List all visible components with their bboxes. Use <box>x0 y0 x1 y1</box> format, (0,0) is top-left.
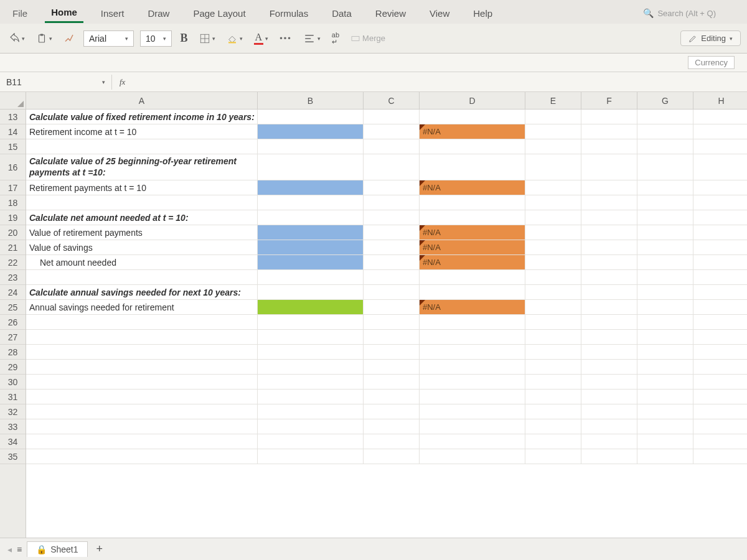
tab-help[interactable]: Help <box>467 4 499 22</box>
cell-C26[interactable] <box>364 315 420 329</box>
cell-C16[interactable] <box>364 154 420 180</box>
cell-G29[interactable] <box>637 360 693 374</box>
cell-B22[interactable] <box>258 255 364 269</box>
row-header-15[interactable]: 15 <box>0 139 26 154</box>
cell-E35[interactable] <box>525 449 581 464</box>
cell-H23[interactable] <box>693 270 747 284</box>
cell-F19[interactable] <box>581 210 637 225</box>
cell-B20[interactable] <box>258 225 364 240</box>
cell-E18[interactable] <box>525 195 581 210</box>
cell-A26[interactable] <box>26 315 258 329</box>
cell-F18[interactable] <box>581 195 637 210</box>
row-header-27[interactable]: 27 <box>0 330 26 345</box>
cell-A28[interactable] <box>26 345 258 359</box>
cell-H34[interactable] <box>693 434 747 449</box>
cell-F29[interactable] <box>581 360 637 374</box>
cell-A29[interactable] <box>26 360 258 374</box>
row-header-32[interactable]: 32 <box>0 404 26 419</box>
cell-B19[interactable] <box>258 210 364 225</box>
cell-E24[interactable] <box>525 285 581 299</box>
tab-page-layout[interactable]: Page Layout <box>187 4 251 22</box>
cell-C13[interactable] <box>364 110 420 124</box>
cell-F16[interactable] <box>581 154 637 180</box>
cell-A32[interactable] <box>26 404 258 419</box>
row-header-34[interactable]: 34 <box>0 434 26 449</box>
cell-G22[interactable] <box>637 255 693 269</box>
cell-D14[interactable]: #N/A <box>420 124 525 139</box>
cell-E28[interactable] <box>525 345 581 359</box>
row-header-25[interactable]: 25 <box>0 300 26 315</box>
cell-A19[interactable]: Calculate net amount needed at t = 10: <box>26 210 258 225</box>
row-header-33[interactable]: 33 <box>0 419 26 434</box>
name-box[interactable]: B11 ▾ <box>0 75 112 90</box>
cell-H21[interactable] <box>693 240 747 254</box>
cell-C30[interactable] <box>364 375 420 389</box>
row-header-13[interactable]: 13 <box>0 110 26 124</box>
cell-C20[interactable] <box>364 225 420 240</box>
borders-button[interactable]: ▾ <box>197 31 218 46</box>
cell-E30[interactable] <box>525 375 581 389</box>
cell-E29[interactable] <box>525 360 581 374</box>
cell-F35[interactable] <box>581 449 637 464</box>
cell-B17[interactable] <box>258 180 364 195</box>
sheet-menu-icon[interactable]: ≡ <box>17 544 22 554</box>
cell-G18[interactable] <box>637 195 693 210</box>
row-header-24[interactable]: 24 <box>0 285 26 300</box>
cell-G30[interactable] <box>637 375 693 389</box>
row-header-14[interactable]: 14 <box>0 124 26 139</box>
cell-A14[interactable]: Retirement income at t = 10 <box>26 124 258 139</box>
cell-E31[interactable] <box>525 390 581 404</box>
cell-D35[interactable] <box>420 449 525 464</box>
row-header-29[interactable]: 29 <box>0 360 26 375</box>
cell-F25[interactable] <box>581 300 637 314</box>
cell-E20[interactable] <box>525 225 581 240</box>
cell-F28[interactable] <box>581 345 637 359</box>
cell-C19[interactable] <box>364 210 420 225</box>
cell-A21[interactable]: Value of savings <box>26 240 258 254</box>
cell-G31[interactable] <box>637 390 693 404</box>
cell-E27[interactable] <box>525 330 581 344</box>
cell-F24[interactable] <box>581 285 637 299</box>
cell-D20[interactable]: #N/A <box>420 225 525 240</box>
cell-H24[interactable] <box>693 285 747 299</box>
cell-H35[interactable] <box>693 449 747 464</box>
cell-H31[interactable] <box>693 390 747 404</box>
cell-H14[interactable] <box>693 124 747 139</box>
tab-review[interactable]: Review <box>369 4 412 22</box>
cell-D31[interactable] <box>420 390 525 404</box>
cell-C17[interactable] <box>364 180 420 195</box>
cell-G21[interactable] <box>637 240 693 254</box>
cell-F27[interactable] <box>581 330 637 344</box>
wrap-text-button[interactable]: ab↵ <box>329 30 342 47</box>
editing-mode-button[interactable]: Editing ▾ <box>680 30 741 46</box>
align-button[interactable]: ▾ <box>301 31 323 46</box>
cell-D15[interactable] <box>420 139 525 154</box>
cell-F17[interactable] <box>581 180 637 195</box>
cell-D23[interactable] <box>420 270 525 284</box>
cell-G17[interactable] <box>637 180 693 195</box>
cell-B23[interactable] <box>258 270 364 284</box>
tab-data[interactable]: Data <box>326 4 358 22</box>
cell-H13[interactable] <box>693 110 747 124</box>
select-all-corner[interactable] <box>0 92 26 110</box>
cell-B30[interactable] <box>258 375 364 389</box>
tab-view[interactable]: View <box>423 4 456 22</box>
cell-B34[interactable] <box>258 434 364 449</box>
cell-D27[interactable] <box>420 330 525 344</box>
sheet-tab-1[interactable]: 🔒 Sheet1 <box>27 541 87 557</box>
cell-A18[interactable] <box>26 195 258 210</box>
col-header-E[interactable]: E <box>525 92 581 109</box>
cell-B31[interactable] <box>258 390 364 404</box>
tab-formulas[interactable]: Formulas <box>263 4 315 22</box>
cell-H18[interactable] <box>693 195 747 210</box>
cell-G19[interactable] <box>637 210 693 225</box>
col-header-B[interactable]: B <box>258 92 364 109</box>
row-header-21[interactable]: 21 <box>0 240 26 255</box>
cell-A27[interactable] <box>26 330 258 344</box>
undo-button[interactable]: ▾ <box>6 31 27 46</box>
cell-B18[interactable] <box>258 195 364 210</box>
cell-E34[interactable] <box>525 434 581 449</box>
cell-D16[interactable] <box>420 154 525 180</box>
col-header-G[interactable]: G <box>637 92 693 109</box>
cell-G13[interactable] <box>637 110 693 124</box>
